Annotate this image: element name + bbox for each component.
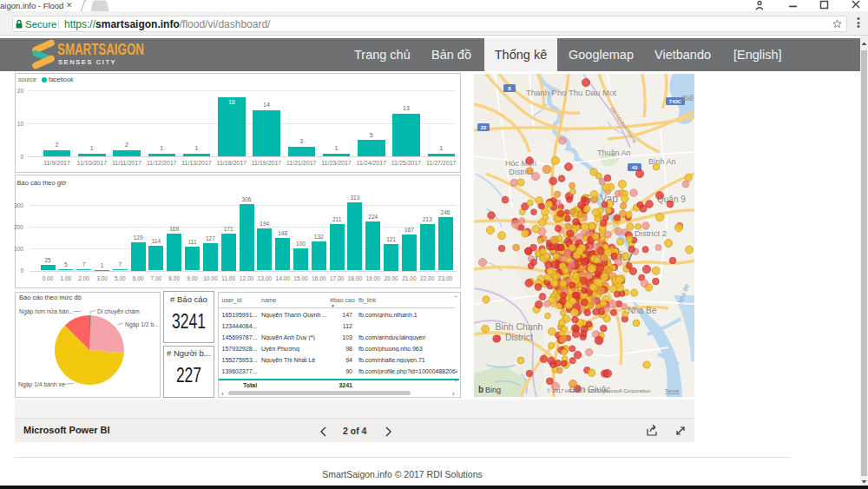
svg-text:743C: 743C xyxy=(669,99,682,104)
svg-text:District 2: District 2 xyxy=(635,228,667,238)
svg-text:b: b xyxy=(478,385,483,394)
svg-text:Thuận An: Thuận An xyxy=(597,149,631,157)
svg-text:Thanh Pho Thu Dau Mot: Thanh Pho Thu Dau Mot xyxy=(526,88,616,97)
svg-text:22: 22 xyxy=(481,125,487,130)
svg-text:Bình An: Bình An xyxy=(648,157,676,166)
svg-text:Bing: Bing xyxy=(485,386,501,394)
svg-text:Terms: Terms xyxy=(665,388,679,393)
svg-text:43: 43 xyxy=(632,165,638,170)
svg-text:Biê: Biê xyxy=(682,94,694,102)
svg-text:Binh Chanh: Binh Chanh xyxy=(496,321,543,332)
svg-text:Nha Be: Nha Be xyxy=(628,306,657,315)
svg-text:© 2017 HERE, © 2017 Microsoft: © 2017 HERE, © 2017 Microsoft Corporatio… xyxy=(547,388,651,393)
svg-text:District: District xyxy=(505,332,533,342)
